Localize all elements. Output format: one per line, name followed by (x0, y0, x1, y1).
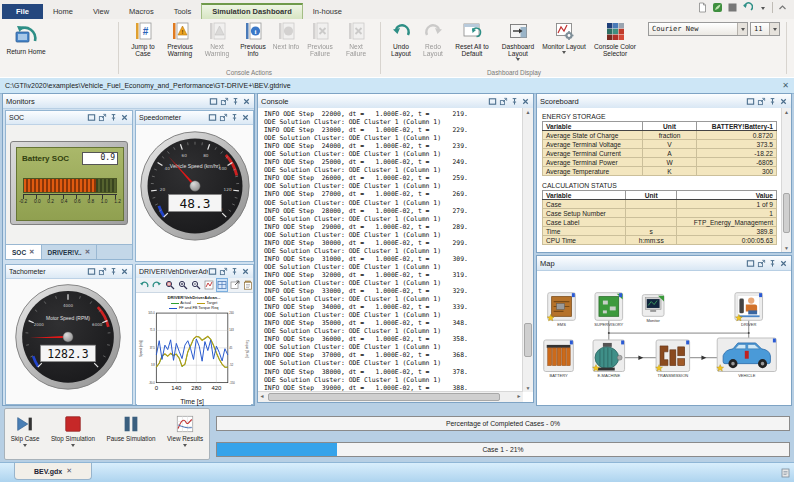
tab-simulation-dashboard[interactable]: Simulation Dashboard (201, 3, 303, 19)
table-row[interactable]: Average State of Chargefraction0.8720 (543, 131, 777, 140)
close-icon[interactable] (120, 267, 129, 276)
skip-case-button[interactable]: Skip Case (11, 414, 40, 447)
table-row[interactable]: Average TemperatureK300 (543, 167, 777, 176)
maximize-icon[interactable] (208, 113, 217, 122)
skip-case-dropdown-icon[interactable] (23, 444, 27, 447)
previous-info-button[interactable]: i Previous Info (236, 21, 270, 57)
undo-quick-icon[interactable] (742, 2, 753, 13)
pin-icon[interactable] (230, 267, 239, 276)
stop-tool-icon[interactable] (727, 2, 738, 13)
driver-chart-figure[interactable]: DRIVER!VehDriverAdvan... Actual Target F… (137, 293, 251, 405)
jump-to-case-button[interactable]: # Jump to Case (126, 21, 160, 57)
zoom-window-icon[interactable] (164, 278, 176, 292)
pin-icon[interactable] (109, 113, 118, 122)
float-icon[interactable] (98, 267, 107, 276)
console-vscroll-thumb[interactable] (524, 323, 532, 357)
path-bar-close-icon[interactable]: ✕ (777, 81, 794, 90)
scroll-right-icon[interactable]: ► (515, 392, 523, 400)
close-icon[interactable] (779, 97, 788, 106)
table-row[interactable]: Times389.8 (543, 227, 777, 236)
table-row[interactable]: Average Terminal CurrentA-18.22 (543, 149, 777, 158)
scroll-up-icon[interactable]: ▲ (782, 108, 791, 116)
pin-icon[interactable] (230, 113, 239, 122)
monitors-panel-header[interactable]: Monitors (3, 94, 254, 109)
monitor-tab-driver[interactable]: DRIVER!V..✕ (42, 245, 98, 259)
new-file-icon[interactable] (697, 2, 708, 13)
maximize-icon[interactable] (488, 97, 497, 106)
plot-layout-toggle-icon[interactable] (216, 278, 228, 292)
maximize-icon[interactable] (87, 267, 96, 276)
font-size-dropdown-icon[interactable] (769, 23, 779, 35)
scoreboard-panel-header[interactable]: Scoreboard (537, 94, 791, 109)
pin-icon[interactable] (231, 97, 240, 106)
float-icon[interactable] (220, 97, 229, 106)
tab-in-house[interactable]: In-house (303, 4, 352, 19)
collapse-ribbon-icon[interactable] (777, 2, 788, 13)
close-icon[interactable] (241, 267, 250, 276)
close-icon[interactable] (242, 97, 251, 106)
map-node-ems[interactable]: EMS (547, 293, 575, 328)
monitor-layout-dropdown-icon[interactable] (562, 51, 566, 54)
float-icon[interactable] (499, 97, 508, 106)
dashboard-layout-button[interactable]: Dashboard Layout (496, 21, 540, 61)
monitor-tab-close-icon[interactable]: ✕ (29, 248, 34, 256)
zoom-in-icon[interactable] (177, 278, 189, 292)
table-row[interactable]: CPU Timeh:mm:ss0:00:05.63 (543, 236, 777, 245)
float-icon[interactable] (757, 97, 766, 106)
float-icon[interactable] (219, 267, 228, 276)
map-node-emachine[interactable]: E-MACHINE (593, 340, 625, 378)
tab-view[interactable]: View (83, 4, 119, 19)
console-hscroll-thumb[interactable] (268, 393, 500, 401)
statusbar-tab-close-icon[interactable]: ✕ (66, 467, 72, 475)
map-panel-header[interactable]: Map (537, 256, 791, 271)
monitor-tab-close-icon[interactable]: ✕ (85, 248, 90, 256)
map-node-battery[interactable]: BATTERY (544, 340, 574, 378)
map-node-supervisory[interactable]: SUPERVISORY (594, 293, 623, 328)
monitor-tab-soc[interactable]: SOC✕ (6, 245, 42, 259)
table-row[interactable]: Case Setup Number1 (543, 209, 777, 218)
scroll-down-icon[interactable]: ▼ (523, 384, 533, 392)
statusbar-tab-bev-gdx[interactable]: BEV.gdx ✕ (14, 463, 92, 480)
table-row[interactable]: Case LabelFTP_Energy_Management (543, 218, 777, 227)
console-log[interactable]: INFO ODE Step 22000, dt = 1.000E-02, t =… (258, 108, 523, 392)
plot-undo-icon[interactable] (138, 278, 150, 292)
maximize-icon[interactable] (208, 267, 217, 276)
pause-simulation-button[interactable]: Pause Simulation (106, 414, 155, 442)
console-vertical-scrollbar[interactable]: ▲ ▼ (522, 108, 533, 392)
maximize-icon[interactable] (746, 97, 755, 106)
font-size-select[interactable]: 11 (750, 22, 780, 36)
stop-simulation-dropdown-icon[interactable] (71, 444, 75, 447)
map-node-vehicle[interactable]: VEHICLE (717, 338, 777, 378)
map-node-transmission[interactable]: TRANSMISSION (656, 340, 690, 378)
view-results-dropdown-icon[interactable] (183, 444, 187, 447)
maximize-icon[interactable] (209, 97, 218, 106)
monitor-layout-button[interactable]: Monitor Layout (542, 21, 586, 54)
scroll-left-icon[interactable]: ◄ (258, 392, 266, 400)
table-row[interactable]: Average Terminal VoltageV373.5 (543, 140, 777, 149)
driver-plot-panel-header[interactable]: DRIVER!VehDriverAdvan... (136, 265, 253, 279)
map-node-monitor[interactable]: Monitor (642, 295, 664, 324)
scroll-down-icon[interactable]: ▼ (782, 244, 791, 252)
plot-format-icon[interactable] (203, 278, 215, 292)
console-panel-header[interactable]: Console (258, 94, 533, 109)
tab-home[interactable]: Home (43, 4, 83, 19)
maximize-icon[interactable] (746, 259, 755, 268)
map-node-driver[interactable]: DRIVER (735, 293, 763, 328)
zoom-out-icon[interactable] (190, 278, 202, 292)
qat-dropdown-icon[interactable] (757, 2, 768, 13)
statusbar-doc-icon[interactable] (781, 468, 790, 478)
scroll-up-icon[interactable]: ▲ (523, 108, 533, 116)
pin-icon[interactable] (510, 97, 519, 106)
table-row[interactable]: Average Terminal PowerW-6805 (543, 158, 777, 167)
close-icon[interactable] (120, 113, 129, 122)
float-icon[interactable] (98, 113, 107, 122)
maximize-icon[interactable] (87, 113, 96, 122)
gt-leaf-icon[interactable] (712, 2, 723, 13)
speedometer-panel-header[interactable]: Speedometer (136, 111, 253, 125)
scoreboard-scroll-thumb[interactable] (783, 193, 790, 233)
console-color-selector-button[interactable]: Console Color Selector (588, 21, 642, 57)
float-icon[interactable] (219, 113, 228, 122)
view-results-button[interactable]: View Results (167, 414, 203, 447)
scoreboard-scrollbar[interactable]: ▲ ▼ (781, 108, 791, 252)
tab-tools[interactable]: Tools (164, 4, 202, 19)
